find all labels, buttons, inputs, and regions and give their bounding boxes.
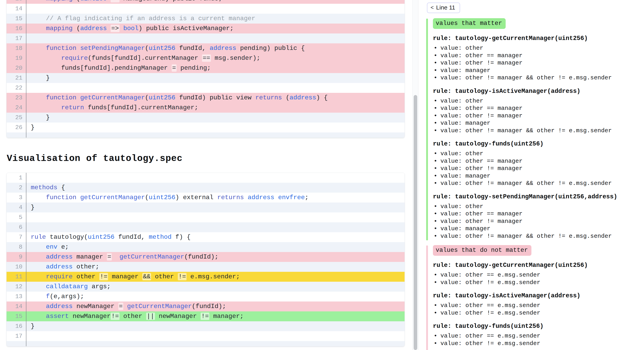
page-title: Visualisation of tautology.spec — [7, 153, 405, 164]
code-line: 13 f(e,args); — [6, 292, 404, 302]
value-item: value: other — [433, 44, 638, 52]
code-text: address manager = getCurrentManager(fund… — [26, 252, 404, 262]
value-item: value: other != manager — [433, 59, 638, 67]
code-text: function setPendingManager(uint256 fundI… — [26, 43, 404, 53]
code-line: 26} — [6, 123, 404, 133]
value-item: value: other != manager && other != e.ms… — [433, 74, 638, 82]
value-item: value: other != e.msg.sender — [433, 309, 638, 317]
line-number: 14 — [6, 4, 26, 14]
back-to-line-button[interactable]: < Line 11 — [427, 2, 460, 13]
line-number: 5 — [6, 212, 26, 222]
line-number: 13 — [6, 292, 26, 302]
section-title-badge: values that matter — [433, 18, 506, 29]
rule-heading: rule: tautology-isActiveManager(address) — [433, 292, 638, 299]
code-text: } — [26, 113, 404, 123]
code-text: } — [26, 73, 404, 83]
value-item: value: other != manager — [433, 112, 638, 120]
code-line: 2methods { — [6, 183, 404, 193]
partial-code-line — [6, 341, 404, 346]
line-number: 23 — [6, 93, 26, 103]
code-text: require(funds[fundId].currentManager == … — [26, 53, 404, 63]
code-line: 11 require other != manager && other != … — [6, 272, 404, 282]
code-text: mapping (uint256 => ManagedFund) public … — [26, 0, 404, 4]
code-line: 14 — [6, 4, 404, 14]
left-pane-scrollbar[interactable] — [412, 0, 418, 350]
line-number: 1 — [6, 173, 26, 183]
highlighted-operator: != — [178, 273, 186, 280]
section-accent-bar — [426, 19, 428, 240]
value-item: value: other == e.msg.sender — [433, 332, 638, 340]
line-number: 14 — [6, 302, 26, 311]
value-item: value: other == manager — [433, 52, 638, 60]
code-line: 6 — [6, 222, 404, 232]
code-text — [26, 331, 404, 341]
highlighted-operator: => — [110, 25, 119, 32]
code-text: function getCurrentManager(uint256) exte… — [26, 193, 404, 202]
code-text — [26, 4, 404, 14]
back-to-line-label: Line 11 — [436, 4, 455, 11]
code-text: mapping (address => bool) public isActiv… — [26, 23, 404, 33]
code-text: f(e,args); — [26, 292, 404, 302]
code-text: } — [26, 321, 404, 331]
value-list: value: othervalue: other == managervalue… — [433, 203, 638, 240]
value-item: value: other == manager — [433, 210, 638, 218]
value-item: value: other != manager && other != e.ms… — [433, 127, 638, 135]
line-number: 3 — [6, 193, 26, 202]
contract-code-block: 13 mapping (uint256 => ManagedFund) publ… — [6, 0, 405, 138]
rule-heading: rule: tautology-getCurrentManager(uint25… — [433, 262, 638, 269]
line-number: 11 — [6, 272, 26, 282]
code-text: methods { — [26, 183, 404, 193]
value-item: value: other != manager — [433, 165, 638, 173]
section-accent-bar — [426, 245, 428, 350]
value-item: value: other == e.msg.sender — [433, 302, 638, 309]
value-list: value: other == e.msg.sendervalue: other… — [433, 332, 638, 347]
code-line: 4} — [6, 202, 404, 212]
code-line: 8 env e; — [6, 242, 404, 252]
value-item: value: other != e.msg.sender — [433, 340, 638, 348]
code-text: return funds[fundId].currentManager; — [26, 103, 404, 113]
code-text: env e; — [26, 242, 404, 252]
rule-heading: rule: tautology-funds(uint256) — [433, 140, 638, 147]
highlighted-operator: != — [99, 273, 108, 280]
chevron-left-icon: < — [430, 4, 434, 11]
line-number: 20 — [6, 63, 26, 73]
value-item: value: other — [433, 97, 638, 105]
highlighted-operator: = — [118, 303, 123, 310]
line-number: 13 — [6, 0, 26, 4]
scrollbar-thumb[interactable] — [414, 95, 417, 350]
code-text — [26, 212, 404, 222]
value-item: value: other — [433, 150, 638, 158]
code-text: } — [26, 123, 404, 133]
line-number: 8 — [6, 242, 26, 252]
value-list: value: othervalue: other == managervalue… — [433, 150, 638, 187]
values-that-do-not-matter-section: values that do not matterrule: tautology… — [426, 245, 638, 347]
highlighted-operator: = — [172, 64, 176, 72]
rule-heading: rule: tautology-isActiveManager(address) — [433, 88, 638, 95]
spec-code-block: 12methods {3 function getCurrentManager(… — [6, 173, 405, 347]
code-pane: 13 mapping (uint256 => ManagedFund) publ… — [6, 0, 405, 347]
code-line: 16 mapping (address => bool) public isAc… — [6, 23, 404, 33]
code-line: 25 } — [6, 113, 404, 123]
code-line: 10 address other; — [6, 262, 404, 272]
code-text — [26, 33, 404, 43]
code-line: 19 require(funds[fundId].currentManager … — [6, 53, 404, 63]
code-line: 15 // A flag indicating if an address is… — [6, 14, 404, 23]
value-item: value: other == manager — [433, 105, 638, 112]
code-line: 24 return funds[fundId].currentManager; — [6, 103, 404, 113]
code-line: 3 function getCurrentManager(uint256) ex… — [6, 193, 404, 202]
code-line: 22 — [6, 83, 404, 93]
line-number: 21 — [6, 73, 26, 83]
partial-code-line — [6, 133, 404, 138]
code-text — [26, 173, 404, 183]
code-text — [26, 222, 404, 232]
line-number: 15 — [6, 311, 26, 321]
line-number: 15 — [6, 14, 26, 23]
value-list: value: other == e.msg.sendervalue: other… — [433, 271, 638, 286]
line-number: 12 — [6, 282, 26, 292]
value-item: value: other != manager && other != e.ms… — [433, 180, 638, 187]
values-that-matter-section: values that matterrule: tautology-getCur… — [426, 18, 638, 240]
code-line: 21 } — [6, 73, 404, 83]
section-title-badge: values that do not matter — [433, 245, 532, 256]
line-number: 9 — [6, 252, 26, 262]
highlighted-operator: => — [110, 0, 119, 2]
